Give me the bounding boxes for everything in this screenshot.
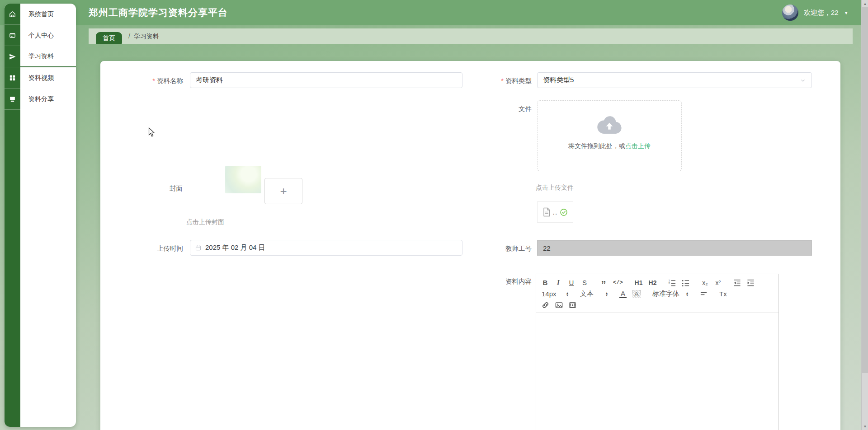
monitor-icon (9, 95, 16, 103)
sidebar-icon-profile[interactable] (5, 25, 20, 46)
sidebar-item-label: 学习资料 (28, 52, 54, 61)
sidebar-item-material-share[interactable]: 资料分享 (20, 89, 76, 110)
breadcrumb-home-tab[interactable]: 首页 (96, 32, 122, 44)
image-icon (555, 301, 563, 309)
font-color-button[interactable]: A (619, 290, 627, 298)
upload-cloud-icon (597, 115, 622, 134)
required-asterisk: * (501, 77, 504, 84)
sidebar-icon-videos[interactable] (5, 67, 20, 89)
strikethrough-button[interactable]: S (581, 278, 588, 288)
material-type-select[interactable]: 资料类型5 (537, 72, 812, 88)
material-name-input[interactable] (190, 72, 462, 88)
click-upload-link[interactable]: 点击上传 (625, 142, 651, 150)
subscript-button[interactable]: x₂ (701, 278, 708, 288)
sidebar: 系统首页 个人中心 学习资料 资料视频 资料分享 (5, 4, 76, 427)
uploaded-file-chip[interactable]: .. (537, 201, 573, 223)
id-card-icon (9, 32, 16, 39)
font-family-spinner-icon[interactable]: ▴▾ (686, 292, 688, 296)
home-icon (9, 10, 16, 18)
label-text: 资料名称 (157, 77, 183, 84)
heading2-button[interactable]: H2 (649, 278, 657, 288)
svg-text:2: 2 (669, 281, 670, 285)
scroll-up-button[interactable]: ▲ (862, 0, 868, 7)
insert-image-button[interactable] (555, 300, 563, 310)
sidebar-item-label: 个人中心 (28, 32, 54, 40)
paper-plane-icon (9, 53, 16, 61)
breadcrumb: 首页 / 学习资料 (89, 28, 853, 44)
chevron-down-icon: ▼ (844, 10, 849, 15)
underline-button[interactable]: U (568, 278, 575, 288)
link-icon (542, 301, 549, 309)
material-type-label: *资料类型 (458, 76, 532, 85)
app-header: 郑州工商学院学习资料分享平台 (0, 0, 861, 25)
select-value: 资料类型5 (543, 76, 574, 84)
sidebar-icon-materials[interactable] (5, 46, 20, 67)
plus-icon: + (280, 184, 287, 198)
bold-button[interactable]: B (542, 278, 549, 288)
blockquote-button[interactable]: ” (600, 278, 607, 288)
teacher-id-input (537, 240, 812, 256)
material-name-label: *资料名称 (109, 76, 183, 85)
breadcrumb-separator: / (128, 33, 130, 40)
drag-text: 将文件拖到此处，或 (568, 142, 625, 150)
editor-toolbar: B I U S ” </> H1 H2 12 x₂ x² (536, 274, 778, 313)
sidebar-item-study-materials[interactable]: 学习资料 (20, 46, 76, 67)
editor-content-area[interactable] (536, 313, 778, 430)
code-button[interactable]: </> (613, 278, 623, 288)
page-scrollbar[interactable]: ▲ ▼ (861, 0, 868, 430)
sidebar-item-system-home[interactable]: 系统首页 (20, 4, 76, 25)
bullet-list-button[interactable] (682, 278, 689, 288)
insert-video-button[interactable] (569, 300, 576, 310)
document-icon (542, 207, 551, 217)
ordered-list-button[interactable]: 12 (668, 278, 676, 288)
cover-thumbnail[interactable] (225, 166, 261, 193)
form-card: *资料名称 *资料类型 资料类型5 文件 将文件拖到此处，或点击上传 点击上传文… (100, 61, 840, 430)
user-menu[interactable]: 欢迎您，22 ▼ (782, 0, 849, 25)
date-value: 2025 年 02 月 04 日 (205, 243, 265, 252)
sidebar-item-personal-center[interactable]: 个人中心 (20, 25, 76, 46)
sidebar-icon-home[interactable] (5, 4, 20, 25)
outdent-button[interactable] (733, 278, 741, 288)
toolbar-row-2: 14px ▴▾ 文本 ▴▾ A A 标准字体 ▴▾ Tx (542, 288, 773, 299)
indent-icon (747, 279, 755, 286)
highlight-color-button[interactable]: A (632, 290, 641, 298)
dropzone-text: 将文件拖到此处，或点击上传 (538, 142, 681, 150)
sidebar-icon-share[interactable] (5, 89, 20, 110)
teacher-id-label: 教师工号 (458, 244, 532, 253)
align-button[interactable] (700, 289, 708, 299)
superscript-button[interactable]: x² (714, 278, 722, 288)
sidebar-icon-strip (5, 4, 20, 427)
sidebar-item-label: 资料分享 (28, 95, 54, 103)
content-label: 资料内容 (458, 277, 532, 286)
paragraph-select[interactable]: 文本 (580, 289, 600, 299)
link-button[interactable] (542, 300, 549, 310)
heading1-button[interactable]: H1 (635, 278, 643, 288)
required-asterisk: * (152, 77, 155, 84)
add-cover-button[interactable]: + (264, 178, 302, 204)
sidebar-item-label: 系统首页 (28, 10, 54, 19)
italic-button[interactable]: I (555, 278, 562, 288)
font-size-select[interactable]: 14px (542, 289, 561, 299)
paragraph-spinner-icon[interactable]: ▴▾ (606, 292, 608, 296)
scrollbar-thumb[interactable] (862, 7, 868, 373)
video-icon (569, 301, 576, 309)
sidebar-labels: 系统首页 个人中心 学习资料 资料视频 资料分享 (20, 4, 76, 427)
file-dropzone[interactable]: 将文件拖到此处，或点击上传 (537, 100, 682, 171)
ordered-list-icon: 12 (668, 279, 676, 286)
sidebar-item-material-videos[interactable]: 资料视频 (20, 67, 76, 89)
scroll-down-button[interactable]: ▼ (862, 423, 868, 430)
font-size-spinner-icon[interactable]: ▴▾ (566, 292, 568, 296)
sidebar-item-label: 资料视频 (28, 74, 54, 82)
rich-text-editor: B I U S ” </> H1 H2 12 x₂ x² (536, 274, 779, 430)
file-upload-hint: 点击上传文件 (536, 184, 574, 192)
upload-time-input[interactable]: 2025 年 02 月 04 日 (190, 240, 462, 256)
clear-format-label: Tx (719, 290, 727, 298)
bullet-list-icon (682, 279, 689, 286)
clear-format-button[interactable]: Tx (719, 289, 727, 299)
font-family-select[interactable]: 标准字体 (652, 289, 680, 299)
toolbar-row-3 (542, 299, 773, 311)
indent-button[interactable] (747, 278, 755, 288)
calendar-icon (195, 244, 202, 251)
grid-icon (9, 74, 16, 82)
avatar[interactable] (782, 5, 798, 21)
